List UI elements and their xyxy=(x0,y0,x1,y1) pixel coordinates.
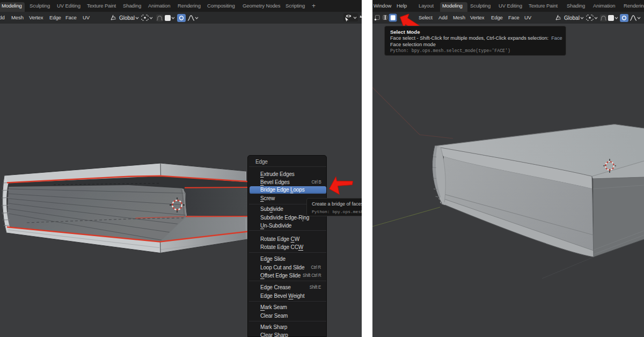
svg-text:Global: Global xyxy=(119,15,135,21)
svg-text:Global: Global xyxy=(564,15,580,21)
